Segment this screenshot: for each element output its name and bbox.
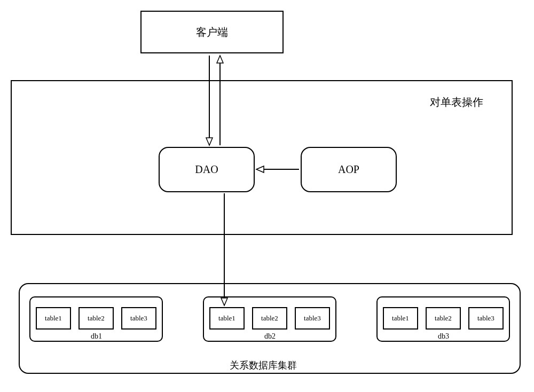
dao-label: DAO [195, 163, 218, 176]
db2-table1: table1 [209, 307, 245, 330]
db3-table3-label: table3 [477, 314, 494, 323]
db2-table3-label: table3 [304, 314, 321, 323]
db1-table2-label: table2 [88, 314, 105, 323]
db1-table3: table3 [121, 307, 156, 330]
db3-table1: table1 [383, 307, 418, 330]
db1-table1: table1 [36, 307, 71, 330]
db2-name: db2 [264, 332, 276, 341]
single-table-op-label: 对单表操作 [430, 95, 483, 109]
db1-table1-label: table1 [45, 314, 62, 323]
db1-name: db1 [91, 332, 102, 341]
db3-table2-label: table2 [435, 314, 452, 323]
db2-table1-label: table1 [218, 314, 235, 323]
db3-table3: table3 [468, 307, 504, 330]
client-box: 客户端 [140, 11, 284, 53]
db1-table3-label: table3 [130, 314, 147, 323]
aop-box: AOP [301, 147, 397, 192]
db2-table2: table2 [252, 307, 287, 330]
dao-box: DAO [159, 147, 255, 192]
aop-label: AOP [338, 163, 359, 176]
svg-marker-3 [217, 56, 223, 63]
db2-table2-label: table2 [261, 314, 278, 323]
db3-table2: table2 [426, 307, 461, 330]
db2-table3: table3 [295, 307, 330, 330]
db3-table1-label: table1 [392, 314, 409, 323]
client-label: 客户端 [196, 25, 228, 40]
db3-name: db3 [438, 332, 449, 341]
cluster-label: 关系数据库集群 [230, 359, 297, 372]
db1-table2: table2 [78, 307, 114, 330]
